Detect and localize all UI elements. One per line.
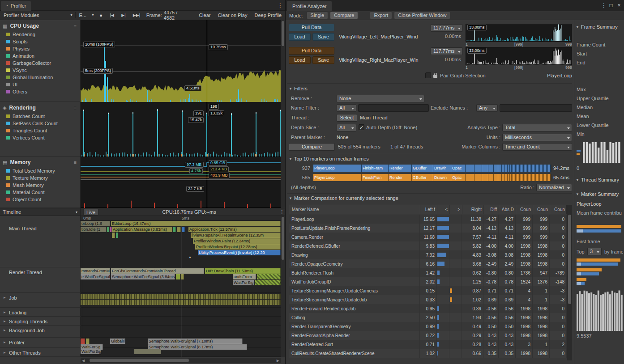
marker-row-render-opaquegeometry[interactable]: Render.OpaqueGeometry6.163.68-2.492.4919… xyxy=(289,259,567,268)
timeline-sample-editorloop-16-47ms-[interactable]: EditorLoop (16.47ms) xyxy=(111,221,281,226)
timeline-sample[interactable] xyxy=(176,274,180,279)
top10-segment[interactable] xyxy=(474,165,482,172)
timeline-menu-icon[interactable]: ⋮ xyxy=(279,209,285,215)
column-header-coun[interactable]: Coun xyxy=(533,205,550,214)
close-profiler-window-button[interactable]: Close Profiler Window xyxy=(394,12,450,19)
top10-segment-render[interactable]: Render xyxy=(389,165,412,172)
column-header-right[interactable]: Right xyxy=(462,205,484,214)
timeline-sample-waitforsig[interactable]: WaitForSig xyxy=(81,349,101,354)
track-label-profiler[interactable]: ▸Profiler xyxy=(0,338,81,348)
legend-item-others[interactable]: Others xyxy=(0,88,80,95)
marker-row-render-transparentgeometry[interactable]: Render.TransparentGeometry0.990.49-0.500… xyxy=(289,322,567,331)
name-filter-input[interactable] xyxy=(358,104,429,112)
marker-row-culling[interactable]: Culling2.501.94-0.560.56199819980 xyxy=(289,313,567,322)
top10-segment[interactable] xyxy=(482,165,488,172)
column-header-coun[interactable]: Coun xyxy=(516,205,533,214)
marker-row-drawing[interactable]: Drawing7.924.83-3.083.08199819980 xyxy=(289,250,567,259)
filters-foldout[interactable]: ▼Filters xyxy=(289,86,308,91)
scroll-left-icon[interactable]: ◀ xyxy=(82,359,85,363)
drag-handle-icon[interactable]: ≡ xyxy=(74,23,77,29)
marker-row-texturestreamingmanager-updatejob[interactable]: TextureStreamingManager.UpdateJob0.331.0… xyxy=(289,295,567,304)
track-label-background-job[interactable]: ▸Background Job xyxy=(0,326,81,338)
foldout-arrow-icon[interactable]: ▸ xyxy=(4,350,6,355)
next-frame-button[interactable]: ▶| xyxy=(118,11,129,20)
top10-bar-row-1[interactable]: PlayerLoopFinishFramRenderGBufferDrawirO… xyxy=(313,165,551,172)
save-button-left[interactable]: Save xyxy=(312,33,334,41)
top10-segment[interactable] xyxy=(549,165,551,172)
timeline-sample-semaphore-waitforsignal-8-17ms-[interactable]: Semaphore.WaitForSignal (8.17ms) xyxy=(148,344,247,350)
top10-segment[interactable] xyxy=(494,174,498,181)
deep-profile-button[interactable]: Deep Profile xyxy=(251,11,285,20)
top10-segment[interactable] xyxy=(502,165,505,172)
timeline-sample-application-tick-12-57ms-[interactable]: Application.Tick (12.57ms) xyxy=(188,227,281,232)
top10-segment[interactable] xyxy=(488,165,494,172)
column-header--[interactable]: < xyxy=(437,205,450,214)
top10-segment-gbuffer[interactable]: GBuffer xyxy=(412,174,433,181)
timeline-sample-waitforsig[interactable]: WaitForSig xyxy=(233,280,254,285)
legend-item-vertices-count[interactable]: Vertices Count xyxy=(0,134,80,141)
legend-item-scripts[interactable]: Scripts xyxy=(0,38,80,45)
legend-item-mesh-memory[interactable]: Mesh Memory xyxy=(0,182,80,189)
save-button-right[interactable]: Save xyxy=(312,56,334,64)
record-button[interactable]: ● xyxy=(96,11,107,20)
clear-on-play-button[interactable]: Clear on Play xyxy=(214,11,251,20)
timeline-sample-tion-idle-1[interactable]: tion.Idle (1 xyxy=(81,227,107,232)
frame-summary-histogram[interactable] xyxy=(577,141,622,164)
top10-segment[interactable] xyxy=(466,174,474,181)
auto-depth-checkbox[interactable]: ✓ xyxy=(359,124,364,130)
profiler-window-menu-icon[interactable]: ⋮ xyxy=(277,2,283,8)
load-button-left[interactable]: Load xyxy=(289,33,311,41)
rendering-chart[interactable] xyxy=(81,102,281,157)
comparison-scrollbar-thumb[interactable] xyxy=(568,215,571,304)
legend-item-ui[interactable]: UI xyxy=(0,81,80,88)
timeline-sample-semaphore-waitforsignal-7-10ms-[interactable]: Semaphore.WaitForSignal (7.10ms) xyxy=(148,339,243,344)
timeline-sample[interactable] xyxy=(81,294,281,299)
range-max-dropdown-right[interactable]: 117.77ms xyxy=(431,47,463,55)
comparison-scrollbar[interactable] xyxy=(567,205,572,360)
maximize-icon[interactable]: □ xyxy=(608,2,614,8)
name-filter-mode-dropdown[interactable]: All xyxy=(337,104,356,112)
legend-item-garbagecollector[interactable]: GarbageCollector xyxy=(0,59,80,67)
timeline-sample-mmandsfrommai[interactable]: mmandsFromMai xyxy=(81,268,110,274)
comparison-table-header[interactable]: Marker NameLeft f<>RightDiffAbs DCounCou… xyxy=(289,205,567,214)
top10-segment[interactable] xyxy=(466,165,474,172)
column-header-diff[interactable]: Diff xyxy=(484,205,499,214)
timeline-sample[interactable] xyxy=(177,227,181,232)
drag-handle-icon[interactable]: ≡ xyxy=(74,105,77,110)
timeline-vscrollbar[interactable] xyxy=(281,216,285,357)
top10-segment[interactable] xyxy=(482,174,488,181)
pull-data-button-right[interactable]: Pull Data xyxy=(289,47,334,55)
marker-summary-histogram[interactable] xyxy=(577,290,623,332)
chart-scrollbar-thumb[interactable] xyxy=(282,21,284,46)
timeline-sample[interactable] xyxy=(257,274,281,279)
legend-item-setpass-calls-count[interactable]: SetPass Calls Count xyxy=(0,120,80,127)
cpu-usage-chart[interactable] xyxy=(81,20,281,102)
top10-segment-opac[interactable]: Opac xyxy=(451,174,466,181)
top10-foldout[interactable]: ▼Top 10 markers on median frames xyxy=(289,156,369,161)
column-header--[interactable]: > xyxy=(450,205,462,214)
module-header-memory[interactable]: ▤Memory≡ xyxy=(0,157,80,167)
legend-item-object-count[interactable]: Object Count xyxy=(0,196,80,203)
timeline-sample-uir-drawchain-11-53ms-[interactable]: UIR.DrawChain (11.53ms) xyxy=(205,268,281,274)
legend-item-batches-count[interactable]: Batches Count xyxy=(0,113,80,120)
drag-handle-icon[interactable]: ≡ xyxy=(74,160,77,165)
legend-item-material-count[interactable]: Material Count xyxy=(0,189,80,196)
marker-row-postlateupdate-finishframerendering[interactable]: PostLateUpdate.FinishFrameRendering12.17… xyxy=(289,224,567,233)
marker-row-renderdeferred-sort[interactable]: RenderDeferred.Sort0.710.28-0.430.4331-2 xyxy=(289,340,567,349)
compare-button[interactable]: Compare xyxy=(289,143,335,151)
load-button-right[interactable]: Load xyxy=(289,56,311,64)
foldout-arrow-icon[interactable]: ▸ xyxy=(4,295,6,300)
column-header-coun[interactable]: Coun xyxy=(550,205,567,214)
foldout-arrow-icon[interactable]: ▸ xyxy=(4,310,6,314)
top10-segment-render[interactable]: Render xyxy=(389,174,412,181)
marker-row-camera-render[interactable]: Camera.Render11.687.57-4.114.119999990 xyxy=(289,233,567,241)
timeline-hscrollbar-thumb[interactable] xyxy=(90,359,189,362)
top10-segment-playerloop[interactable]: PlayerLoop xyxy=(313,174,362,181)
timeline-sample-utility-processevent-invoke-12-20[interactable]: Utility.ProcessEvent() [Invoke] (12.20 xyxy=(198,250,281,255)
legend-item-total-used-memory[interactable]: Total Used Memory xyxy=(0,167,80,174)
track-label-job[interactable]: ▸Job xyxy=(0,293,81,308)
column-header-marker-name[interactable]: Marker Name xyxy=(289,205,420,214)
track-label-scripting-threads[interactable]: ▸Scripting Threads xyxy=(0,317,81,326)
timeline-sample[interactable] xyxy=(182,227,185,232)
top10-segment-opac[interactable]: Opac xyxy=(451,165,466,172)
